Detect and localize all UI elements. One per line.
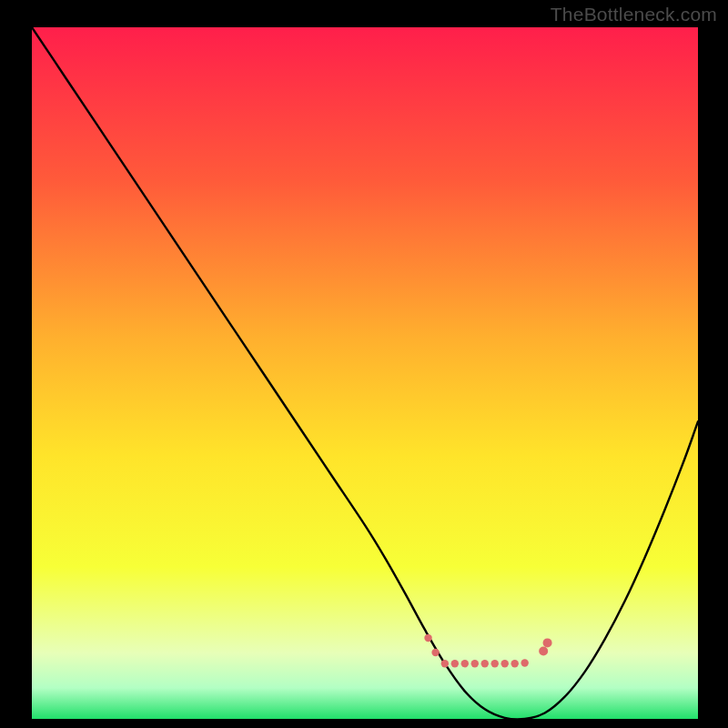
optimal-range-marker bbox=[431, 649, 439, 656]
optimal-range-marker bbox=[424, 634, 431, 642]
optimal-range-marker bbox=[461, 660, 469, 667]
optimal-range-marker bbox=[539, 647, 548, 656]
optimal-range-marker bbox=[521, 659, 528, 666]
optimal-range-marker bbox=[491, 660, 499, 667]
optimal-range-marker bbox=[481, 660, 489, 667]
optimal-range-marker bbox=[511, 660, 519, 667]
attribution-text: TheBottleneck.com bbox=[551, 4, 717, 25]
chart-gradient-bg bbox=[32, 27, 698, 719]
chart-canvas bbox=[32, 27, 698, 719]
optimal-range-marker bbox=[451, 660, 459, 667]
optimal-range-marker bbox=[441, 660, 449, 667]
optimal-range-marker bbox=[471, 660, 479, 667]
optimal-range-marker bbox=[543, 638, 552, 647]
optimal-range-marker bbox=[501, 660, 509, 667]
bottleneck-chart bbox=[32, 27, 698, 719]
